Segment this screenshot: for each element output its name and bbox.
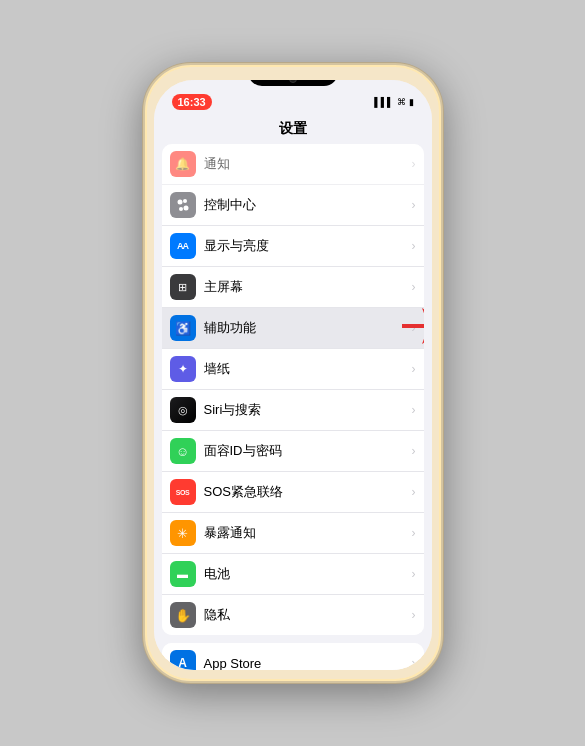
list-item[interactable]: 控制中心 ›: [162, 185, 424, 226]
chevron-icon: ›: [412, 608, 416, 622]
status-icons: ▌▌▌ ⌘ ▮: [374, 97, 413, 107]
item-label: 电池: [204, 565, 408, 583]
chevron-icon: ›: [412, 280, 416, 294]
chevron-icon: ›: [412, 362, 416, 376]
item-label: 隐私: [204, 606, 408, 624]
kongzhi-icon: [170, 192, 196, 218]
item-label: 主屏幕: [204, 278, 408, 296]
chevron-icon: ›: [412, 198, 416, 212]
section-spacer: [154, 635, 432, 643]
list-item[interactable]: ⊞ 主屏幕 ›: [162, 267, 424, 308]
sos-icon: SOS: [170, 479, 196, 505]
signal-icon: ▌▌▌: [374, 97, 393, 107]
tongzhi-icon: 🔔: [170, 151, 196, 177]
battery-icon: ▬: [170, 561, 196, 587]
chevron-icon: ›: [412, 485, 416, 499]
list-item[interactable]: A App Store ›: [162, 643, 424, 670]
chevron-icon: ›: [412, 403, 416, 417]
item-label: 控制中心: [204, 196, 408, 214]
settings-section-1: 🔔 通知 › 控制中心 ›: [162, 144, 424, 635]
svg-rect-3: [183, 199, 187, 203]
item-label: SOS紧急联络: [204, 483, 408, 501]
item-label: 辅助功能: [204, 319, 408, 337]
zhizhi-icon: ✦: [170, 356, 196, 382]
svg-point-0: [177, 200, 182, 205]
item-label: Siri与搜索: [204, 401, 408, 419]
list-item[interactable]: ▬ 电池 ›: [162, 554, 424, 595]
exposure-icon: ✳: [170, 520, 196, 546]
list-item[interactable]: SOS SOS紧急联络 ›: [162, 472, 424, 513]
list-item[interactable]: ♿ 辅助功能 ›: [162, 308, 424, 349]
item-label: 墙纸: [204, 360, 408, 378]
list-item[interactable]: ✦ 墙纸 ›: [162, 349, 424, 390]
phone-outer: 16:33 ▌▌▌ ⌘ ▮ 设置 🔔 通知 ›: [143, 63, 443, 683]
chevron-icon: ›: [412, 567, 416, 581]
xianshi-icon: AA: [170, 233, 196, 259]
wifi-icon: ⌘: [397, 97, 406, 107]
chevron-icon: ›: [412, 321, 416, 335]
svg-rect-2: [179, 207, 183, 211]
privacy-icon: ✋: [170, 602, 196, 628]
battery-icon: ▮: [409, 97, 414, 107]
status-time: 16:33: [172, 94, 212, 110]
chevron-icon: ›: [412, 526, 416, 540]
item-label: 暴露通知: [204, 524, 408, 542]
list-item[interactable]: ◎ Siri与搜索 ›: [162, 390, 424, 431]
list-item[interactable]: ✳ 暴露通知 ›: [162, 513, 424, 554]
chevron-icon: ›: [412, 157, 416, 171]
appstore-icon: A: [170, 650, 196, 670]
list-item[interactable]: ☺ 面容ID与密码 ›: [162, 431, 424, 472]
status-bar: 16:33 ▌▌▌ ⌘ ▮: [154, 86, 432, 114]
settings-scroll[interactable]: 🔔 通知 › 控制中心 ›: [154, 144, 432, 670]
faceid-icon: ☺: [170, 438, 196, 464]
settings-section-2: A App Store › ▣ 钱包与 Apple Pay ›: [162, 643, 424, 670]
svg-point-1: [183, 206, 188, 211]
chevron-icon: ›: [412, 444, 416, 458]
item-label: App Store: [204, 656, 408, 671]
zhupingmu-icon: ⊞: [170, 274, 196, 300]
page-title: 设置: [154, 114, 432, 144]
item-label: 显示与亮度: [204, 237, 408, 255]
list-item[interactable]: 🔔 通知 ›: [162, 144, 424, 185]
phone-screen: 16:33 ▌▌▌ ⌘ ▮ 设置 🔔 通知 ›: [154, 80, 432, 670]
camera-dot: [289, 80, 297, 83]
item-label: 通知: [204, 155, 408, 173]
item-label: 面容ID与密码: [204, 442, 408, 460]
chevron-icon: ›: [412, 239, 416, 253]
fuzhu-icon: ♿: [170, 315, 196, 341]
list-item[interactable]: ✋ 隐私 ›: [162, 595, 424, 635]
list-item[interactable]: AA 显示与亮度 ›: [162, 226, 424, 267]
siri-icon: ◎: [170, 397, 196, 423]
chevron-icon: ›: [412, 656, 416, 670]
